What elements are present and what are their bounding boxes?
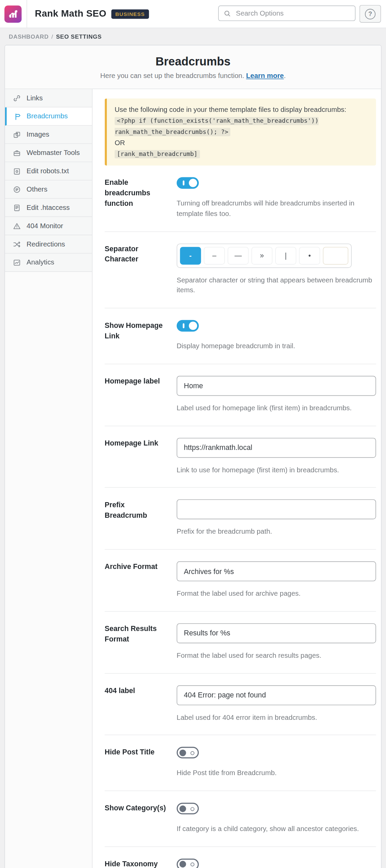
shuffle-icon — [13, 240, 21, 248]
setting-row-prefix-breadcrumb: Prefix Breadcrumb Prefix for the breadcr… — [105, 488, 376, 550]
archive-format-input[interactable] — [177, 561, 376, 581]
settings-panel: Breadcrumbs Here you can set up the brea… — [4, 45, 382, 868]
breadcrumb-current: SEO SETTINGS — [56, 33, 102, 40]
theme-code-notice: Use the following code in your theme tem… — [105, 99, 376, 166]
hide-post-title-toggle[interactable] — [177, 747, 199, 758]
panel-header: Breadcrumbs Here you can set up the brea… — [5, 45, 381, 89]
toolbox-icon — [13, 149, 21, 157]
page-title: Breadcrumbs — [16, 55, 370, 68]
separator-option-emdash[interactable]: — — [228, 246, 249, 264]
setting-row-404-label: 404 label Label used for 404 error item … — [105, 673, 376, 735]
signpost-icon — [13, 112, 21, 120]
separator-option-hyphen[interactable]: - — [180, 246, 201, 264]
images-icon — [13, 131, 21, 139]
search-input[interactable] — [235, 9, 350, 18]
sidebar-item-404-monitor[interactable]: 404 Monitor — [5, 217, 92, 235]
separator-option-bullet[interactable]: • — [299, 246, 320, 264]
setting-row-hide-post-title: Hide Post Title Hide Post title from Bre… — [105, 735, 376, 791]
show-homepage-link-toggle[interactable] — [177, 320, 199, 332]
sidebar-item-others[interactable]: Others — [5, 180, 92, 199]
setting-row-archive-format: Archive Format Format the label used for… — [105, 550, 376, 611]
sidebar-item-edit-robots-txt[interactable]: Edit robots.txt — [5, 162, 92, 180]
setting-row-enable-breadcrumbs: Enable breadcrumbs function Turning off … — [105, 165, 376, 232]
sidebar-item-webmaster-tools[interactable]: Webmaster Tools — [5, 144, 92, 162]
app-header: Rank Math SEO BUSINESS ? — [0, 0, 386, 28]
header-divider — [26, 0, 27, 28]
document-icon — [13, 203, 21, 212]
sidebar-item-breadcrumbs[interactable]: Breadcrumbs — [5, 107, 92, 126]
question-mark-icon: ? — [365, 8, 375, 19]
plan-badge: BUSINESS — [111, 9, 149, 19]
app-title: Rank Math SEO — [35, 8, 107, 19]
breadcrumb-dashboard[interactable]: DASHBOARD — [9, 33, 49, 40]
separator-custom-input[interactable] — [323, 246, 348, 264]
settings-sidebar: Links Breadcrumbs — [5, 89, 93, 868]
learn-more-link[interactable]: Learn more — [246, 72, 284, 80]
setting-row-search-results-format: Search Results Format Format the label u… — [105, 612, 376, 673]
setting-row-show-homepage-link: Show Homepage Link Display homepage brea… — [105, 308, 376, 364]
link-icon — [13, 94, 21, 102]
circle-list-icon — [13, 185, 21, 193]
php-code-snippet: <?php if (function_exists('rank_math_the… — [115, 117, 319, 136]
sidebar-item-redirections[interactable]: Redirections — [5, 235, 92, 254]
separator-option-pipe[interactable]: | — [275, 246, 296, 264]
homepage-link-input[interactable] — [177, 438, 376, 458]
warning-triangle-icon — [13, 222, 21, 230]
prefix-breadcrumb-input[interactable] — [177, 499, 376, 519]
separator-character-group: - – — » | • — [177, 243, 352, 268]
sidebar-item-links[interactable]: Links — [5, 89, 92, 107]
notice-intro: Use the following code in your theme tem… — [115, 104, 368, 115]
setting-row-homepage-label: Homepage label Label used for homepage l… — [105, 364, 376, 426]
separator-option-endash[interactable]: – — [204, 246, 225, 264]
page-subtitle: Here you can set up the breadcrumbs func… — [16, 72, 370, 80]
rank-math-logo — [4, 5, 22, 23]
breadcrumbs-settings-form: Use the following code in your theme tem… — [93, 89, 381, 868]
help-button[interactable]: ? — [360, 5, 381, 23]
enable-breadcrumbs-toggle[interactable] — [177, 177, 199, 189]
separator-option-guillemet[interactable]: » — [251, 246, 272, 264]
chart-growth-icon — [8, 8, 18, 19]
search-options-box[interactable] — [218, 5, 355, 21]
breadcrumb: DASHBOARD/SEO SETTINGS — [0, 28, 386, 44]
notice-or: OR — [115, 137, 368, 149]
search-results-format-input[interactable] — [177, 623, 376, 643]
sidebar-item-images[interactable]: Images — [5, 126, 92, 144]
hide-taxonomy-name-toggle[interactable] — [177, 859, 199, 868]
sidebar-item-edit-htaccess[interactable]: Edit .htaccess — [5, 199, 92, 217]
show-categories-toggle[interactable] — [177, 803, 199, 814]
search-icon — [224, 10, 231, 17]
shortcode-snippet: [rank_math_breadcrumb] — [115, 150, 200, 158]
404-label-input[interactable] — [177, 685, 376, 705]
setting-row-hide-taxonomy-name: Hide Taxonomy Name Hide Taxonomy Name fr… — [105, 847, 376, 868]
setting-row-separator-character: Separator Character - – — » | • — [105, 232, 376, 308]
robots-file-icon — [13, 167, 21, 175]
chart-icon — [13, 258, 21, 267]
breadcrumb-separator: / — [52, 33, 53, 40]
homepage-label-input[interactable] — [177, 376, 376, 396]
setting-row-homepage-link: Homepage Link Link to use for homepage (… — [105, 426, 376, 488]
setting-row-show-categories: Show Category(s) If category is a child … — [105, 791, 376, 847]
sidebar-item-analytics[interactable]: Analytics — [5, 254, 92, 272]
